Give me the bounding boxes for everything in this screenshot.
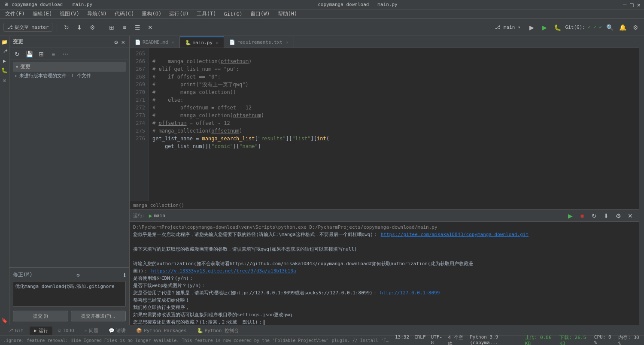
- minimize-button[interactable]: ─: [623, 1, 626, 8]
- terminal-scroll-btn[interactable]: ⬇: [601, 211, 611, 221]
- toolbar-settings2[interactable]: ⚙: [630, 22, 641, 33]
- todo-tab-icon: ☑: [58, 328, 61, 333]
- status-python[interactable]: Python 3.9 (copyma...: [470, 334, 520, 345]
- git-diff-btn[interactable]: ≡: [48, 49, 58, 59]
- python-packages-tab-icon: 📦: [136, 328, 142, 333]
- bottom-tab-run[interactable]: ▶ 运行: [30, 327, 52, 335]
- bottom-tab-todo[interactable]: ☑ TODO: [54, 327, 79, 334]
- term-line-7: 是否使用海外CDN？(y/n)：: [133, 275, 635, 282]
- changes-tree-header[interactable]: ▾ 变更: [13, 62, 126, 72]
- commit-message-input[interactable]: 优化manga_download代码,添加.gitignore: [13, 281, 126, 307]
- chevron-down-icon: ▾: [15, 64, 18, 70]
- project-name: copymanga-download: [12, 2, 63, 7]
- toolbar-layout[interactable]: ⊞: [106, 22, 117, 33]
- commit-area: 修正(M) ⚙ ℹ 优化manga_download代码,添加.gitignor…: [9, 267, 129, 325]
- git-panel-settings-btn[interactable]: ⚙: [113, 38, 118, 46]
- title-bar-center: copymanga-download - main.py: [318, 2, 397, 7]
- term-proxy-link[interactable]: http://127.0.0.1:8099: [380, 290, 440, 296]
- commit-button[interactable]: 提交 (I): [13, 311, 68, 321]
- tab-readme-close[interactable]: ✕: [172, 40, 174, 45]
- tab-main[interactable]: 🐍 main.py ✕: [180, 36, 224, 48]
- sidebar-icon-project[interactable]: 📁: [0, 38, 9, 46]
- toolbar-debug-btn[interactable]: 🐛: [553, 22, 563, 33]
- git-save-btn[interactable]: 💾: [24, 49, 34, 59]
- commit-push-button[interactable]: 提交并推送(P)...: [71, 311, 126, 321]
- branch-indicator-right[interactable]: ⎇ main ▾: [495, 24, 520, 30]
- chevron-right-icon: ▸: [15, 73, 18, 79]
- term-link-1[interactable]: https://gitee.com/misaka10843/copymanga-…: [381, 232, 529, 237]
- branch-name: 提交至 master: [15, 24, 49, 30]
- toolbar-log[interactable]: ☰: [132, 22, 143, 33]
- right-sidebar-icons: [639, 36, 644, 325]
- problems-tab-icon: ⚠: [85, 328, 88, 333]
- commit-buttons: 提交 (I) 提交并推送(P)...: [13, 311, 126, 321]
- sidebar-icon-debug[interactable]: 🐛: [0, 66, 9, 75]
- status-crlf[interactable]: CRLF: [414, 334, 426, 345]
- terminal-settings-btn[interactable]: ⚙: [613, 211, 623, 221]
- title-bar-right[interactable]: ─ □ ✕: [623, 1, 641, 8]
- status-upload: 上传: 0.86 KB: [525, 334, 554, 345]
- tab-main-close[interactable]: ✕: [216, 40, 219, 45]
- term-line-11: 我们将立即执行主要程序，: [133, 304, 635, 311]
- commit-help-icon[interactable]: ⚙: [76, 272, 79, 278]
- menu-navigate[interactable]: 导航(N): [84, 9, 110, 18]
- sidebar-icon-run[interactable]: ▶: [0, 57, 9, 65]
- branch-selector[interactable]: ⎇ 提交至 master: [3, 23, 52, 32]
- toolbar-close[interactable]: ✕: [145, 22, 155, 33]
- menu-window[interactable]: 窗口(W): [247, 9, 273, 18]
- status-spaces[interactable]: 4 个空格: [448, 334, 465, 345]
- run-tab-icon: ▶: [34, 328, 37, 333]
- sidebar-icon-bookmarks[interactable]: 🔖: [0, 316, 9, 325]
- term-line-5: [133, 253, 635, 260]
- code-lines[interactable]: 265 266 267 268 269 270 271 272 273 274 …: [130, 48, 639, 201]
- sidebar-icon-todo[interactable]: ☑: [0, 76, 9, 84]
- toolbar-notifications[interactable]: 🔔: [617, 22, 628, 33]
- git-layout-btn[interactable]: ⊞: [36, 49, 46, 59]
- untracked-tree-item[interactable]: ▸ 未进行版本管理的文件：1 个文件: [13, 72, 126, 80]
- git-tab-label: Git: [15, 328, 24, 333]
- title-separator: -: [66, 2, 69, 7]
- git-panel-close-btn[interactable]: ✕: [121, 38, 126, 46]
- bottom-tab-problems[interactable]: ⚠ 问题: [80, 327, 103, 335]
- toolbar-run-config[interactable]: ▶: [527, 22, 537, 33]
- bottom-tab-python-console[interactable]: 🐍 Python 控制台: [193, 327, 243, 335]
- git-tab-icon: ⎇: [8, 328, 13, 333]
- terminal-rerun-btn[interactable]: ↻: [589, 211, 599, 221]
- menu-tools[interactable]: 工具(T): [193, 9, 220, 18]
- git-more-btn[interactable]: ⋯: [60, 49, 70, 59]
- bottom-tab-python-packages[interactable]: 📦 Python Packages: [132, 327, 191, 334]
- terminal-run-btn[interactable]: ▶: [565, 211, 575, 221]
- commit-info-icon[interactable]: ℹ: [124, 272, 126, 278]
- menu-git[interactable]: Git(G): [221, 10, 246, 18]
- tab-requirements[interactable]: 📄 requirements.txt ✕: [224, 36, 294, 48]
- terminal-body[interactable]: D:\PycharmProjects\copymanga-download\ve…: [130, 222, 639, 325]
- menu-code[interactable]: 代码(C): [111, 9, 138, 18]
- menu-refactor[interactable]: 重构(O): [138, 9, 165, 18]
- bottom-tab-git[interactable]: ⎇ Git: [3, 327, 28, 334]
- bottom-tab-speech[interactable]: 💬 请讲: [104, 327, 130, 335]
- term-auth-link[interactable]: https://v.13333yy13.gitee.net/tree/3/d3a…: [151, 268, 296, 274]
- toolbar-search[interactable]: 🔍: [605, 22, 615, 33]
- terminal-close-btn[interactable]: ✕: [625, 211, 635, 221]
- menu-view[interactable]: 视图(V): [56, 9, 83, 18]
- git-update-btn[interactable]: ↻: [12, 49, 22, 59]
- changes-label: 变更: [20, 63, 30, 70]
- menu-help[interactable]: 帮助(H): [274, 9, 301, 18]
- menu-file[interactable]: 文件(F): [2, 9, 28, 18]
- toolbar-refresh[interactable]: ↻: [61, 22, 72, 33]
- menu-edit[interactable]: 编辑(E): [29, 9, 56, 18]
- toolbar-diff[interactable]: ≡: [119, 22, 130, 33]
- close-button[interactable]: ✕: [637, 1, 641, 8]
- toolbar-settings[interactable]: ⚙: [87, 22, 97, 33]
- tab-requirements-close[interactable]: ✕: [286, 40, 289, 45]
- status-line-col[interactable]: 13:32: [395, 334, 409, 345]
- tab-readme[interactable]: 📄 README.md ✕: [130, 36, 180, 48]
- code-content[interactable]: # manga_collection(offsetnum) # elif get…: [149, 48, 639, 201]
- terminal-stop-btn[interactable]: ■: [577, 211, 587, 221]
- toolbar-fetch[interactable]: ⬇: [74, 22, 85, 33]
- menu-run[interactable]: 运行(U): [166, 9, 192, 18]
- maximize-button[interactable]: □: [630, 1, 633, 8]
- status-charset[interactable]: UTF-8: [431, 334, 443, 345]
- toolbar-run-btn[interactable]: ▶: [540, 22, 550, 33]
- sidebar-icon-git[interactable]: ⎇: [0, 47, 9, 56]
